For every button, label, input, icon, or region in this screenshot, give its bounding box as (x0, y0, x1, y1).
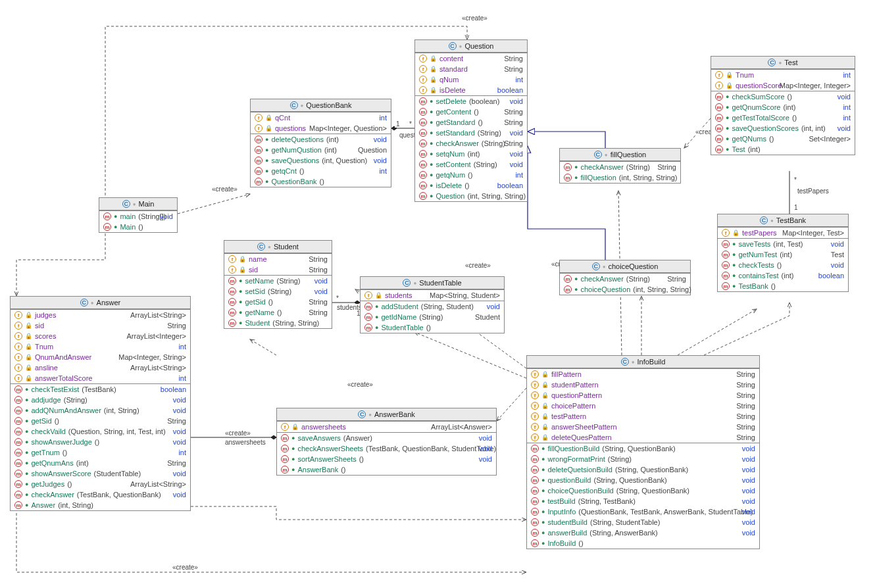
field-name: ansline (35, 364, 58, 372)
field-icon: f (419, 76, 427, 84)
method-name: getIdName (381, 313, 416, 321)
methods-section: m●deleteQuestions(int) void m●getNumQust… (251, 134, 391, 187)
field-icon: f (14, 311, 22, 319)
class-header: C ● InfoBuild (527, 356, 759, 368)
method-name: getTnum (31, 449, 59, 456)
method-icon: m (228, 277, 236, 285)
type-label: void (510, 150, 523, 158)
method-params: (String, QuestionBank) (594, 476, 667, 484)
public-icon: ● (541, 445, 545, 452)
method-name: wrongFormatPrint (547, 455, 605, 463)
method-params: () (468, 171, 472, 179)
field-row: f🔒qCnt int (251, 112, 391, 123)
method-name: checkVaild (31, 428, 65, 435)
method-params: (String) (626, 275, 650, 283)
public-icon: ● (541, 519, 545, 526)
field-icon: f (228, 266, 236, 274)
field-name: students (385, 291, 413, 299)
public-icon: ● (574, 276, 578, 282)
type-label: ArrayList<String> (130, 364, 186, 372)
method-name: StudentTable (381, 324, 423, 331)
field-name: isDelete (439, 86, 466, 94)
lock-icon: 🔒 (430, 66, 437, 72)
method-name: deleteQuetsionBuild (547, 466, 612, 474)
class-icon: C (403, 279, 411, 287)
public-icon: ● (726, 146, 729, 153)
class-header: C ● TestBank (718, 214, 848, 227)
method-name: saveTests (738, 240, 770, 248)
field-row: f🔒answersheets ArrayList<Answer> (277, 422, 496, 432)
type-label: String (657, 163, 676, 171)
method-row: m●getQnumAns(int) String (11, 458, 190, 468)
lock-icon: ● (632, 359, 635, 365)
class-answer: C ● Answer f🔒judges ArrayList<String> f🔒… (10, 296, 191, 511)
method-params: (int, Question) (322, 157, 367, 164)
field-icon: f (715, 82, 723, 89)
method-icon: m (14, 417, 22, 425)
method-row: m●getSid() String (11, 416, 190, 426)
public-icon: ● (25, 502, 28, 508)
type-label: int (515, 76, 523, 84)
label-one: 1 (395, 120, 401, 128)
method-row: m●showAnswerJudge() void (11, 437, 190, 447)
method-icon: m (364, 303, 372, 310)
method-icon: m (531, 445, 539, 453)
method-icon: m (228, 287, 236, 295)
method-params: (String) (482, 139, 505, 147)
type-label: void (742, 455, 755, 463)
type-label: int (379, 167, 387, 175)
lock-icon: 🔒 (25, 333, 32, 339)
class-studenttable: C ● StudentTable f🔒students Map<String, … (360, 276, 505, 333)
class-icon: C (358, 410, 366, 418)
field-icon: f (14, 364, 22, 372)
field-name: qCnt (275, 114, 290, 122)
public-icon: ● (430, 151, 433, 157)
field-icon: f (531, 370, 539, 378)
method-icon: m (531, 518, 539, 526)
method-icon: m (722, 261, 730, 269)
methods-section: m●setName(String) void m●setSid(String) … (224, 275, 332, 328)
type-label: String (736, 381, 755, 389)
method-params: (String, QuestionBank) (615, 466, 688, 474)
method-params: (int, String) (104, 406, 139, 414)
method-row: m●fillQuestionBuild(String, QuestionBank… (527, 443, 759, 454)
method-icon: m (419, 97, 427, 105)
field-name: answersheets (301, 423, 346, 431)
public-icon: ● (291, 466, 295, 473)
public-icon: ● (732, 262, 736, 268)
lock-icon: 🔒 (726, 72, 733, 78)
type-label: String (504, 139, 523, 147)
method-icon: m (14, 459, 22, 467)
lock-icon: 🔒 (239, 266, 246, 273)
method-icon: m (419, 118, 427, 126)
field-name: deleteQuesPattern (551, 433, 612, 441)
method-icon: m (103, 223, 111, 231)
lock-icon: ● (605, 152, 608, 158)
method-icon: m (255, 167, 262, 175)
methods-section: m●checkTestExist(TestBank) boolean m●add… (11, 383, 190, 510)
method-icon: m (228, 298, 236, 306)
method-name: getName (245, 308, 274, 316)
method-params: (String) (64, 396, 88, 404)
method-params: (int) (467, 150, 480, 158)
method-row: m●QuestionBank() (251, 176, 391, 187)
method-params: () (63, 449, 67, 456)
method-icon: m (419, 171, 427, 179)
method-name: sortAnswerSheets (297, 455, 356, 463)
label-star: * (408, 120, 413, 128)
type-label: String (167, 322, 186, 330)
field-icon: f (531, 402, 539, 410)
type-label: Map<Integer, Question> (309, 124, 387, 132)
field-row: f🔒fillPattern String (527, 369, 759, 380)
type-label: ArrayList<String> (130, 311, 186, 319)
method-icon: m (531, 539, 539, 547)
method-params: () (341, 466, 345, 474)
label-create: «create» (464, 262, 492, 269)
fields-section: f🔒Tnum int f🔒questionScore Map<Integer, … (711, 69, 855, 91)
field-name: standard (439, 65, 468, 73)
public-icon: ● (430, 98, 433, 105)
public-icon: ● (265, 168, 268, 174)
type-label: void (742, 508, 755, 516)
type-label: String (736, 391, 755, 399)
field-row: f🔒ansline ArrayList<String> (11, 362, 190, 373)
